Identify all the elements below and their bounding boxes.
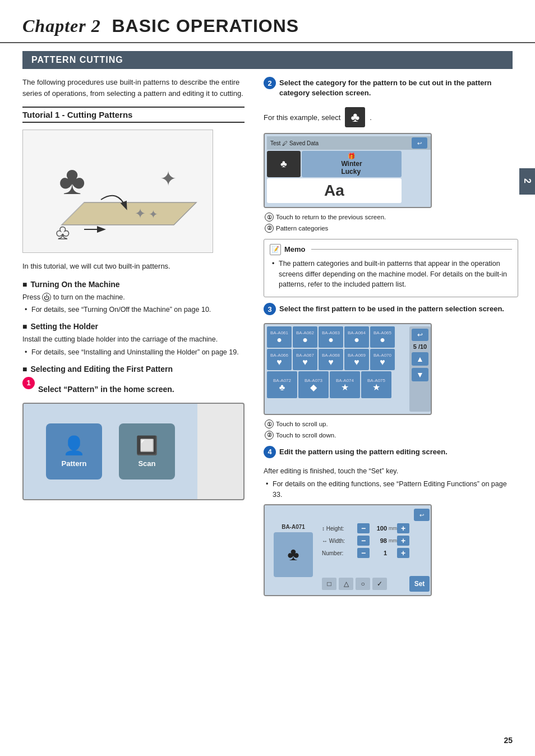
width-val: 98 (371, 537, 387, 544)
step3-label: Select the first pattern to be used in t… (279, 304, 504, 314)
step2-label: Select the category for the pattern to b… (279, 78, 518, 98)
pat-BA-A068[interactable]: BA-A068♥ (319, 349, 343, 370)
svg-text:♣: ♣ (59, 158, 85, 202)
number-minus-btn[interactable]: − (357, 548, 370, 558)
memo-title: 📝 Memo (270, 244, 512, 255)
edit-screen: BA-A071 ♣ ↩ ↕ Height: − 100 mm + ↔ (265, 505, 432, 595)
scroll-down-btn[interactable]: ▼ (412, 368, 428, 381)
pat-BA-A074[interactable]: BA-A074★ (330, 371, 360, 398)
edit-bottom: □ △ ○ ✓ Set (322, 576, 430, 592)
height-unit: mm (389, 525, 395, 531)
pat-row2: BA-A066♥ BA-A067♥ BA-A068♥ BA-A069♥ BA-A… (267, 349, 431, 370)
annot2-row: ② Pattern categories (264, 224, 518, 233)
step4-label: Edit the pattern using the pattern editi… (279, 447, 448, 457)
svg-text:✦: ✦ (149, 208, 158, 220)
selecting-editing-heading: Selecting and Editing the First Pattern (22, 365, 245, 374)
edit-left: BA-A071 ♣ (268, 509, 319, 592)
step4-label-row: 4 Edit the pattern using the pattern edi… (264, 446, 518, 462)
cat-alpha[interactable]: Aa (267, 178, 402, 203)
svg-text:✦: ✦ (160, 167, 177, 190)
step1-circle: 1 (22, 377, 35, 389)
turning-on-text: Press ⏻ to turn on the machine. (22, 292, 245, 303)
height-param: ↕ Height: − 100 mm + (322, 523, 430, 533)
scan-button[interactable]: 🔲 Scan (119, 423, 175, 480)
step3-circle: 3 (264, 303, 276, 315)
edit-screen-mock: BA-A071 ♣ ↩ ↕ Height: − 100 mm + ↔ (264, 504, 432, 596)
step3-label-row: 3 Select the first pattern to be used in… (264, 303, 518, 319)
number-val: 1 (371, 550, 387, 556)
pattern-button[interactable]: 👤 Pattern (46, 423, 102, 480)
page-tab: 2 (519, 168, 535, 195)
chapter-title-bold: BASIC OPERATIONS (112, 16, 299, 36)
pat-sidebar: ↩ 5 /10 ▲ ▼ (409, 326, 431, 412)
pat-BA-A072[interactable]: BA-A072♣ (267, 371, 297, 398)
set-button[interactable]: Set (409, 576, 430, 592)
pat-BA-A075[interactable]: BA-A075★ (361, 371, 391, 398)
setting-holder-bullet: For details, see “Installing and Uninsta… (22, 347, 245, 358)
pat-BA-A066[interactable]: BA-A066♥ (267, 349, 292, 370)
number-label: Number: (322, 550, 356, 556)
cat-winter[interactable]: 🎁WinterLucky (302, 151, 402, 177)
home-screen: 👤 Pattern 🔲 Scan (24, 404, 197, 499)
pat-row1: BA-A061● BA-A062● BA-A063● BA-A064● BA-A… (267, 326, 431, 348)
pat-count: 5 /10 (413, 343, 427, 350)
example-icon: ♣ (345, 107, 365, 127)
height-minus-btn[interactable]: − (357, 523, 370, 533)
width-unit: mm (389, 538, 395, 543)
pat-BA-A067[interactable]: BA-A067♥ (293, 349, 317, 370)
annot1-row: ① Touch to return to the previous screen… (264, 213, 518, 222)
pat-BA-A065[interactable]: BA-A065● (370, 326, 395, 348)
width-plus-btn[interactable]: + (397, 536, 409, 546)
svg-text:♣: ♣ (56, 220, 70, 243)
number-plus-btn[interactable]: + (397, 548, 409, 558)
height-val: 100 (371, 525, 387, 532)
tool-btn-4[interactable]: ✓ (372, 578, 387, 590)
step2-label-row: 2 Select the category for the pattern to… (264, 77, 518, 103)
width-minus-btn[interactable]: − (357, 536, 370, 546)
edit-code: BA-A071 (282, 524, 305, 530)
scroll-up-btn[interactable]: ▲ (412, 352, 428, 366)
pattern-select-screen-mock: BA-A061● BA-A062● BA-A063● BA-A064● BA-A… (264, 323, 432, 415)
pat-BA-A073[interactable]: BA-A073◆ (298, 371, 329, 398)
scan-icon: 🔲 (136, 435, 158, 456)
edit-back-btn[interactable]: ↩ (414, 509, 430, 521)
step1-label: Select “Pattern” in the home screen. (38, 385, 174, 394)
tool-btn-3[interactable]: ○ (356, 578, 370, 590)
setting-holder-text: Install the cutting blade holder into th… (22, 334, 245, 345)
pat-BA-A061[interactable]: BA-A061● (267, 326, 292, 348)
step2-example: For this example, select ♣ . (264, 107, 518, 127)
step4-circle: 4 (264, 446, 276, 458)
in-tutorial-text: In this tutorial, we will cut two built-… (22, 261, 245, 272)
svg-marker-0 (62, 202, 196, 225)
height-plus-btn[interactable]: + (397, 523, 409, 533)
tool-btn-1[interactable]: □ (322, 578, 336, 590)
pat-back-btn[interactable]: ↩ (412, 329, 428, 341)
memo-icon: 📝 (270, 244, 281, 255)
memo-text: The pattern categories and built-in patt… (270, 259, 512, 290)
cat-club[interactable]: ♣ (267, 151, 301, 177)
pat-row3: BA-A072♣ BA-A073◆ BA-A074★ BA-A075★ (267, 371, 431, 398)
step4-after-text: After editing is finished, touch the “Se… (264, 466, 518, 477)
pat-BA-A063[interactable]: BA-A063● (319, 326, 343, 348)
memo-box: 📝 Memo The pattern categories and built-… (264, 239, 518, 297)
edit-preview: ♣ (274, 532, 313, 577)
svg-text:✦: ✦ (135, 206, 146, 221)
width-label: ↔ Width: (322, 538, 356, 544)
number-param: Number: − 1 + (322, 548, 430, 558)
pat-BA-A070[interactable]: BA-A070♥ (370, 349, 395, 370)
right-column: 2 Select the category for the pattern to… (258, 77, 518, 601)
width-param: ↔ Width: − 98 mm + (322, 536, 430, 546)
chapter-title-italic: Chapter 2 (22, 16, 101, 36)
back-button[interactable]: ↩ (412, 137, 427, 149)
category-grid: ♣ 🎁WinterLucky ② Aa (267, 151, 431, 206)
tool-btn-2[interactable]: △ (339, 578, 353, 590)
pat-BA-A064[interactable]: BA-A064● (344, 326, 369, 348)
pat-BA-A069[interactable]: BA-A069♥ (344, 349, 369, 370)
power-icon: ⏻ (42, 293, 51, 302)
edit-right: ↩ ↕ Height: − 100 mm + ↔ Width: − 98 (322, 509, 430, 592)
pattern-select-screen: BA-A061● BA-A062● BA-A063● BA-A064● BA-A… (265, 324, 432, 414)
step3-annot1-row: ① Touch to scroll up. (264, 420, 518, 429)
step4-bullet: For details on the editing functions, se… (264, 479, 518, 500)
pat-BA-A062[interactable]: BA-A062● (293, 326, 317, 348)
step3-annot2-row: ② Touch to scroll down. (264, 431, 518, 440)
